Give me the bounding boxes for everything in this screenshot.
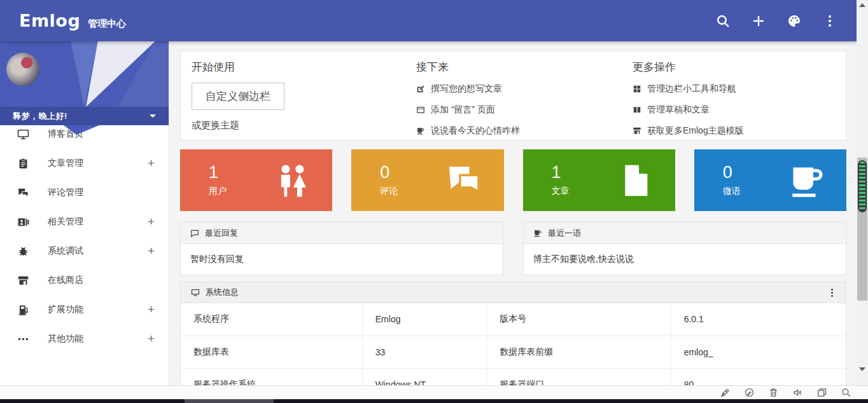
stat-value: 0 — [380, 163, 398, 182]
page-icon — [416, 106, 425, 114]
stat-card-comments[interactable]: 0 评论 — [351, 149, 503, 211]
plus-icon[interactable] — [751, 13, 766, 29]
file-icon — [617, 162, 654, 199]
scrollbar[interactable] — [857, 0, 868, 385]
stat-card-users[interactable]: 1 用户 — [180, 149, 332, 211]
table-row: 系统程序 Emlog 版本号 6.0.1 — [181, 303, 846, 336]
comment-icon — [190, 229, 199, 238]
link-label: 说说看今天的心情咋样 — [431, 125, 520, 137]
idcard-icon — [17, 216, 29, 228]
emlog-logo: Emlog — [19, 11, 80, 31]
info-key: 服务器操作系统 — [181, 368, 362, 385]
panel-title: 系统信息 — [206, 287, 239, 298]
stat-label: 文章 — [552, 186, 570, 197]
panel-body[interactable]: 博主不知要说啥,快去说说 — [524, 244, 846, 275]
sidebar-item-related[interactable]: 相关管理 + — [0, 207, 169, 236]
info-key: 版本号 — [487, 303, 671, 336]
store-icon — [633, 126, 641, 135]
palette-icon[interactable] — [787, 13, 802, 29]
expand-plus[interactable]: + — [148, 215, 155, 229]
stat-text: 0 微语 — [723, 163, 741, 197]
stat-label: 评论 — [380, 186, 398, 197]
browser-bottom-toolbar — [0, 385, 868, 399]
pencil-icon — [416, 85, 425, 93]
expand-plus[interactable]: + — [148, 303, 155, 317]
scrollbar-thumb[interactable] — [857, 158, 867, 301]
chevron-down-icon[interactable] — [150, 114, 156, 118]
scrollbar-grip[interactable] — [858, 160, 867, 212]
sidebar-item-comments[interactable]: 评论管理 — [0, 178, 169, 207]
panel-title: 最近一语 — [548, 228, 581, 239]
section-title: 更多操作 — [633, 60, 846, 74]
sidebar-header — [0, 41, 169, 107]
monitor-icon — [17, 128, 29, 140]
plugin-icon — [17, 304, 29, 316]
search-icon[interactable] — [715, 13, 731, 29]
draw-icon[interactable] — [744, 387, 755, 398]
taskbar-segment — [185, 399, 274, 403]
admin-center-title: 管理中心 — [88, 18, 126, 30]
stat-value: 1 — [552, 163, 570, 182]
avatar — [6, 53, 39, 86]
sidebar-item-label: 其他功能 — [48, 333, 83, 345]
stat-label: 微语 — [723, 186, 741, 197]
monitor-icon — [191, 288, 200, 297]
manage-widgets-link[interactable]: 管理边栏小工具和导航 — [633, 82, 846, 95]
scroll-down-arrow-icon[interactable] — [859, 367, 865, 371]
trash-icon[interactable] — [768, 387, 779, 398]
info-key: 数据库表 — [181, 336, 362, 368]
windows-icon[interactable] — [816, 387, 827, 398]
more-icon[interactable] — [829, 286, 836, 299]
stat-label: 用户 — [209, 186, 227, 197]
write-article-link[interactable]: 撰写您的想写文章 — [416, 82, 633, 95]
rocket-icon[interactable] — [720, 387, 731, 398]
volume-icon[interactable] — [792, 387, 803, 398]
expand-plus[interactable]: + — [148, 244, 155, 258]
sidebar-item-system-debug[interactable]: 系统调试 + — [0, 236, 169, 266]
link-label: 撰写您的想写文章 — [431, 83, 502, 95]
post-mood-link[interactable]: 说说看今天的心情咋样 — [416, 124, 633, 137]
table-row: 数据库表 33 数据库表前缀 emlog_ — [181, 336, 846, 368]
recent-replies-panel: 最近回复 暂时没有回复 — [180, 222, 503, 275]
cup-icon — [533, 229, 542, 238]
get-themes-link[interactable]: 获取更多Emlog主题模版 — [633, 124, 846, 137]
system-info-panel: 系统信息 系统程序 Emlog 版本号 6.0.1 数据库表 33 数据库表前缀 — [180, 282, 846, 385]
panel-body: 暂时没有回复 — [181, 244, 503, 275]
stat-value: 0 — [723, 163, 741, 182]
table-row: 服务器操作系统 Windows NT 服务器端口 80 — [181, 368, 846, 385]
book-icon — [633, 106, 641, 114]
ellipsis-icon — [17, 333, 29, 345]
search-icon[interactable] — [841, 387, 851, 398]
comments-icon — [445, 162, 482, 199]
link-label: 获取更多Emlog主题模版 — [647, 125, 744, 137]
user-greeting-bar[interactable]: 释梦，晚上好! — [0, 107, 169, 125]
sidebar-item-label: 相关管理 — [48, 216, 83, 228]
main-content: 开始使用 自定义侧边栏 或更换主题 接下来 撰写您的想写文章 添加 “留言” 页… — [169, 41, 857, 385]
system-info-table: 系统程序 Emlog 版本号 6.0.1 数据库表 33 数据库表前缀 emlo… — [181, 303, 846, 385]
users-icon — [274, 162, 311, 199]
sidebar-item-other[interactable]: 其他功能 + — [0, 324, 169, 353]
grid-icon — [633, 85, 641, 93]
sidebar-item-extensions[interactable]: 扩展功能 + — [0, 295, 169, 324]
expand-plus[interactable]: + — [148, 156, 155, 170]
bug-icon — [17, 245, 29, 257]
sidebar-item-label: 文章管理 — [48, 158, 83, 169]
customize-sidebar-button[interactable]: 自定义侧边栏 — [192, 83, 284, 110]
sidebar-item-articles[interactable]: 文章管理 + — [0, 149, 169, 178]
scroll-up-arrow-icon[interactable] — [859, 3, 865, 7]
panel-header: 系统信息 — [181, 282, 846, 303]
more-icon[interactable] — [822, 13, 837, 29]
clipboard-icon — [17, 158, 29, 170]
stat-card-articles[interactable]: 1 文章 — [523, 149, 675, 211]
sidebar-item-online-store[interactable]: 在线商店 — [0, 266, 169, 295]
stat-card-microblog[interactable]: 0 微语 — [694, 149, 846, 211]
sidebar-item-label: 系统调试 — [48, 245, 83, 257]
info-value: Emlog — [362, 303, 486, 336]
stat-value: 1 — [209, 163, 227, 182]
section-title: 接下来 — [416, 60, 633, 74]
change-theme-link[interactable]: 或更换主题 — [192, 120, 416, 132]
add-guestbook-page-link[interactable]: 添加 “留言” 页面 — [416, 103, 633, 116]
panel-title: 最近回复 — [205, 228, 238, 239]
expand-plus[interactable]: + — [148, 332, 155, 346]
manage-drafts-link[interactable]: 管理草稿和文章 — [633, 103, 846, 116]
